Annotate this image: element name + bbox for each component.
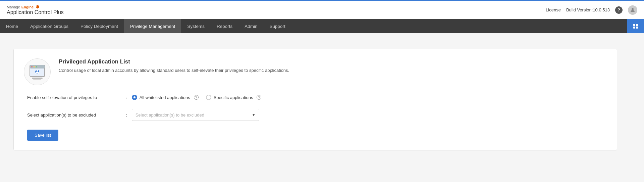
save-list-button[interactable]: Save list [27, 130, 58, 141]
nav-application-groups[interactable]: Application Groups [24, 19, 74, 33]
svg-point-7 [31, 66, 33, 67]
nav-privilege-management[interactable]: Privilege Management [124, 19, 181, 33]
gear-icon [35, 5, 40, 9]
logo-product: Application Control Plus [7, 9, 64, 15]
nav-reports[interactable]: Reports [211, 19, 238, 33]
svg-rect-12 [32, 78, 43, 79]
radio-all-whitelisted[interactable]: All whitelisted applications ? [132, 95, 199, 100]
nav-right-button[interactable] [627, 19, 644, 33]
panel-text: Privileged Application List Control usag… [59, 58, 289, 74]
top-right-area: License Build Version:10.0.513 ? [546, 5, 637, 15]
panel-description: Control usage of local admin accounts by… [59, 67, 289, 74]
build-version: Build Version:10.0.513 [566, 7, 610, 12]
user-avatar[interactable] [628, 5, 637, 15]
svg-rect-1 [633, 24, 635, 26]
svg-point-0 [632, 8, 634, 10]
radio-specific-apps[interactable]: Specific applications ? [206, 95, 262, 100]
svg-point-11 [37, 70, 38, 72]
svg-point-9 [36, 66, 37, 67]
dropdown-arrow-icon: ▼ [252, 113, 256, 117]
colon-1: : [126, 95, 127, 100]
excluded-apps-label: Select application(s) to be excluded [27, 112, 121, 118]
logo-engine: Engine [21, 5, 34, 9]
panel-header: Privileged Application List Control usag… [24, 58, 607, 85]
svg-point-8 [34, 66, 35, 67]
nav-admin[interactable]: Admin [238, 19, 263, 33]
help-all-whitelisted[interactable]: ? [194, 95, 199, 100]
license-link[interactable]: License [546, 7, 561, 12]
excluded-apps-dropdown[interactable]: Select application(s) to be excluded ▼ [132, 109, 259, 121]
logo-manage: Manage [7, 5, 20, 9]
logo: Manage Engine Application Control Plus [7, 5, 64, 15]
panel-title: Privileged Application List [59, 58, 289, 65]
main-content: Privileged Application List Control usag… [0, 33, 644, 182]
help-icon[interactable]: ? [615, 6, 623, 14]
radio-specific-apps-label: Specific applications [214, 95, 253, 100]
self-elevation-label: Enable self-elevation of privileges to [27, 95, 121, 100]
app-icon [24, 58, 51, 85]
nav-policy-deployment[interactable]: Policy Deployment [74, 19, 124, 33]
top-bar: Manage Engine Application Control Plus L… [0, 1, 644, 19]
nav-home[interactable]: Home [0, 19, 24, 33]
panel: Privileged Application List Control usag… [13, 49, 617, 150]
nav-support[interactable]: Support [264, 19, 291, 33]
nav-bar: Home Application Groups Policy Deploymen… [0, 19, 644, 33]
radio-specific-apps-circle[interactable] [206, 95, 211, 100]
svg-rect-13 [33, 79, 41, 80]
save-row: Save list [24, 130, 607, 141]
colon-2: : [126, 112, 127, 118]
help-specific-apps[interactable]: ? [257, 95, 261, 100]
svg-rect-3 [633, 27, 635, 29]
self-elevation-row: Enable self-elevation of privileges to :… [24, 95, 607, 100]
excluded-apps-row: Select application(s) to be excluded : S… [24, 109, 607, 121]
svg-rect-4 [636, 27, 638, 29]
self-elevation-options: All whitelisted applications ? Specific … [132, 95, 262, 100]
radio-all-whitelisted-label: All whitelisted applications [140, 95, 190, 100]
excluded-apps-placeholder: Select application(s) to be excluded [136, 112, 204, 118]
radio-all-whitelisted-circle[interactable] [132, 95, 137, 100]
nav-systems[interactable]: Systems [181, 19, 211, 33]
svg-rect-2 [636, 24, 638, 26]
